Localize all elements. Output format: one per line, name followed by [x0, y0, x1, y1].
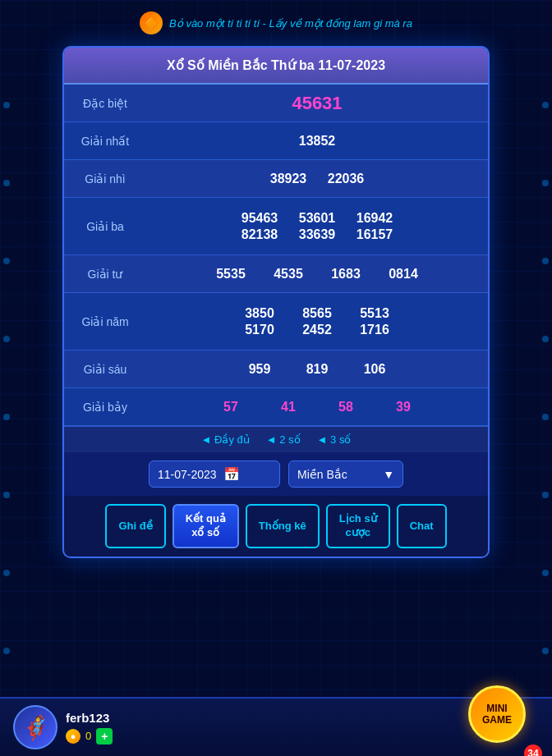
row-giai-sau: Giải sáu 959 819 106 [64, 351, 488, 388]
values-giai-tu: 5535 4535 1683 0814 [146, 260, 488, 288]
region-value: Miền Bắc [297, 468, 347, 481]
val-16942: 16942 [354, 211, 395, 226]
val-57: 57 [210, 400, 251, 415]
val-95463: 95463 [239, 211, 280, 226]
row-giai-nhat: Giải nhất 13852 [64, 122, 488, 160]
values-giai-nhi: 38923 22036 [146, 165, 488, 193]
label-giai-nhat: Giải nhất [64, 128, 146, 154]
values-giai-nhat: 13852 [146, 127, 488, 155]
val-38923: 38923 [268, 172, 309, 186]
row-dac-biet: Đặc biệt 45631 [64, 85, 488, 122]
row-giai-nam: Giải năm 3850 8565 5513 5170 2452 1716 [64, 293, 488, 351]
lottery-card: Xổ Số Miền Bắc Thứ ba 11-07-2023 Đặc biệ… [62, 46, 490, 558]
val-8565: 8565 [297, 306, 338, 321]
val-41: 41 [268, 400, 309, 415]
coin-icon: ● [66, 729, 80, 744]
date-region-row: 11-07-2023 📅 Miền Bắc ▼ [64, 452, 488, 496]
values-giai-nam: 3850 8565 5513 5170 2452 1716 [146, 300, 488, 344]
val-106: 106 [354, 362, 395, 377]
card-title: Xổ Số Miền Bắc Thứ ba 11-07-2023 [64, 48, 488, 85]
thong-ke-button[interactable]: Thống kê [246, 504, 320, 548]
chat-button[interactable]: Chat [397, 504, 447, 548]
lottery-table: Đặc biệt 45631 Giải nhất 13852 Giải nhì … [64, 85, 488, 426]
val-33639: 33639 [297, 227, 338, 242]
label-giai-nam: Giải năm [64, 309, 146, 335]
label-giai-bay: Giải bảy [64, 394, 146, 420]
row-giai-tu: Giải tư 5535 4535 1683 0814 [64, 255, 488, 293]
val-1716: 1716 [354, 323, 395, 337]
coin-amount: 0 [85, 730, 91, 742]
filter-bar: ◄ Đầy đủ ◄ 2 số ◄ 3 số [64, 426, 488, 452]
row-giai-ba: Giải ba 95463 53601 16942 82138 33639 16… [64, 198, 488, 255]
dropdown-arrow-icon: ▼ [383, 468, 394, 481]
val-53601: 53601 [297, 211, 338, 226]
footer-bar: 🦸 ferb123 ● 0 + MINIGAME 34 [0, 697, 552, 756]
values-giai-ba: 95463 53601 16942 82138 33639 16157 [146, 204, 488, 249]
val-819: 819 [297, 362, 338, 377]
val-58: 58 [325, 400, 366, 415]
top-banner: 🔶 Bỏ vào một tí ti tí tí - Lấy về một đố… [126, 7, 426, 39]
values-giai-bay: 57 41 58 39 [146, 393, 488, 421]
minigame-button[interactable]: MINIGAME [468, 685, 526, 743]
row-giai-nhi: Giải nhì 38923 22036 [64, 160, 488, 198]
val-1683: 1683 [325, 267, 366, 282]
filter-2so[interactable]: ◄ 2 số [266, 433, 301, 446]
label-giai-sau: Giải sáu [64, 356, 146, 383]
val-5535: 5535 [210, 267, 251, 282]
val-2452: 2452 [297, 323, 338, 337]
avatar-image: 🦸 [21, 714, 50, 741]
row-giai-bay: Giải bảy 57 41 58 39 [64, 388, 488, 426]
filter-2so-label: ◄ 2 số [266, 433, 301, 446]
giai-nam-line1: 3850 8565 5513 [239, 306, 395, 321]
banner-text: Bỏ vào một tí ti tí tí - Lấy về một đống… [169, 17, 412, 30]
filter-3so[interactable]: ◄ 3 số [317, 433, 352, 446]
label-giai-nhi: Giải nhì [64, 166, 146, 192]
action-buttons: Ghi đề Kết quảxổ số Thống kê Lịch sửcược… [64, 496, 488, 557]
add-coin-button[interactable]: + [96, 728, 113, 745]
coin-row: ● 0 + [66, 728, 113, 745]
minigame-label: MINIGAME [482, 703, 512, 726]
val-0814: 0814 [383, 267, 424, 282]
values-dac-biet: 45631 [146, 86, 488, 121]
val-959: 959 [239, 362, 280, 377]
filter-full-label: ◄ Đầy đủ [201, 433, 250, 446]
minigame-badge: 34 [524, 745, 542, 756]
values-giai-sau: 959 819 106 [146, 355, 488, 383]
ket-qua-xo-so-button[interactable]: Kết quảxổ số [172, 504, 239, 548]
avatar: 🦸 [13, 705, 58, 749]
giai-nam-line2: 5170 2452 1716 [239, 323, 395, 337]
giai-ba-line1: 95463 53601 16942 [239, 211, 395, 226]
val-4535: 4535 [268, 267, 309, 282]
date-value: 11-07-2023 [158, 468, 217, 481]
lich-su-cuoc-button[interactable]: Lịch sửcược [326, 504, 390, 548]
calendar-icon: 📅 [223, 466, 240, 482]
val-3850: 3850 [239, 306, 280, 321]
username: ferb123 [66, 711, 113, 725]
date-input[interactable]: 11-07-2023 📅 [149, 460, 280, 488]
val-13852: 13852 [297, 134, 338, 149]
val-82138: 82138 [239, 227, 280, 242]
val-5513: 5513 [354, 306, 395, 321]
val-5170: 5170 [239, 323, 280, 337]
ghi-de-button[interactable]: Ghi đề [105, 504, 165, 548]
banner-icon: 🔶 [140, 11, 163, 34]
user-info: ferb123 ● 0 + [66, 711, 113, 745]
filter-full[interactable]: ◄ Đầy đủ [201, 433, 250, 446]
giai-ba-line2: 82138 33639 16157 [239, 227, 395, 242]
val-39: 39 [383, 400, 424, 415]
label-giai-ba: Giải ba [64, 213, 146, 240]
region-select[interactable]: Miền Bắc ▼ [288, 460, 403, 488]
filter-3so-label: ◄ 3 số [317, 433, 352, 446]
val-22036: 22036 [325, 172, 366, 186]
val-16157: 16157 [354, 227, 395, 242]
val-45631: 45631 [292, 93, 342, 114]
label-dac-biet: Đặc biệt [64, 90, 146, 117]
label-giai-tu: Giải tư [64, 261, 146, 287]
